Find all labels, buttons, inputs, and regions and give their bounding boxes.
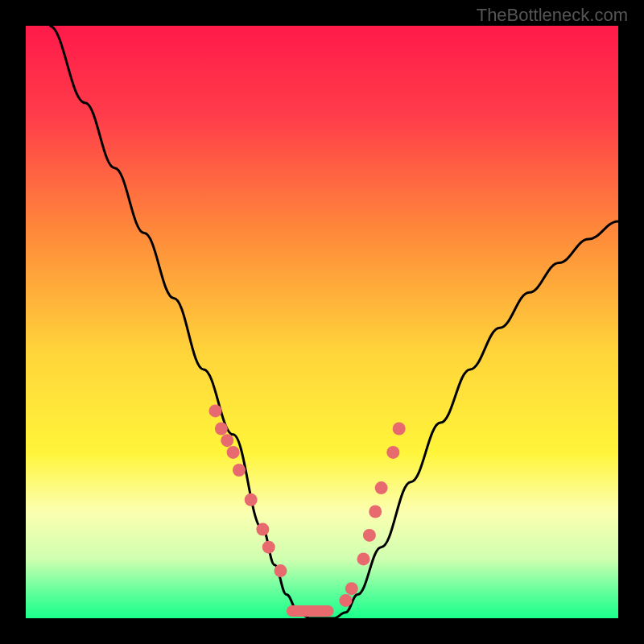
bottleneck-chart [26, 26, 618, 618]
data-point [227, 446, 240, 459]
data-point [363, 529, 376, 542]
chart-container: TheBottleneck.com [0, 0, 644, 644]
data-point [357, 552, 370, 565]
data-point [369, 506, 382, 518]
data-point [393, 422, 406, 435]
data-point [245, 493, 258, 506]
data-point [375, 481, 388, 494]
data-point [262, 541, 275, 554]
watermark-text: TheBottleneck.com [477, 5, 628, 26]
data-point [209, 404, 222, 417]
plot-area [26, 26, 618, 618]
optimal-band-marker [287, 605, 334, 617]
data-point [386, 446, 399, 459]
gradient-background [26, 26, 618, 618]
data-point [221, 434, 233, 447]
data-point [256, 523, 269, 536]
data-point [233, 464, 246, 477]
data-point [215, 422, 228, 435]
data-point [339, 594, 352, 607]
data-point [345, 582, 358, 595]
data-point [274, 564, 287, 577]
optimal-band-layer [287, 605, 334, 617]
